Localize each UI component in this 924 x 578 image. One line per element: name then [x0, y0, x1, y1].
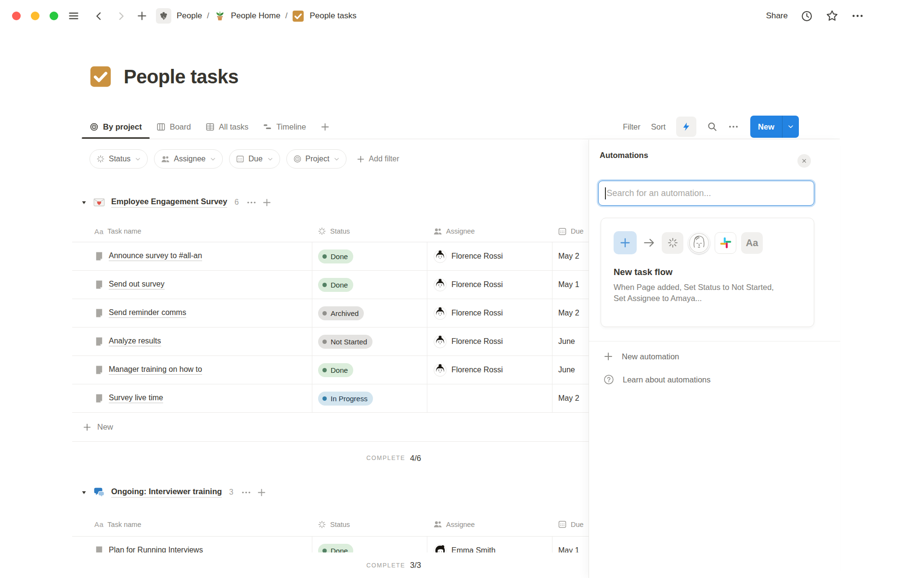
- group-header-ongoing-interviewer-training: Ongoing: Interviewer training 3: [81, 483, 266, 502]
- task-link[interactable]: Analyze results: [109, 337, 161, 346]
- automation-card-new-task-flow[interactable]: Aa New task flow When Page added, Set St…: [601, 218, 814, 327]
- due-cell[interactable]: June: [552, 356, 589, 384]
- automation-step-icons: Aa: [614, 231, 801, 254]
- sticky-aggregate-bar: COMPLETE 3/3: [0, 552, 589, 578]
- automations-bolt-button[interactable]: [676, 117, 696, 137]
- status-cell[interactable]: In Progress: [312, 384, 427, 412]
- status-cell[interactable]: Done: [312, 356, 427, 384]
- plus-icon: [83, 423, 91, 432]
- assignee-cell[interactable]: Emma Smith: [427, 537, 552, 552]
- status-dot: [322, 340, 327, 344]
- due-cell[interactable]: June: [552, 328, 589, 355]
- more-options-icon[interactable]: [851, 10, 864, 22]
- search-icon[interactable]: [707, 121, 718, 132]
- column-header-due[interactable]: Due: [552, 520, 589, 529]
- task-cell[interactable]: Survey live time: [72, 384, 312, 412]
- status-badge: Done: [318, 278, 353, 292]
- task-cell[interactable]: Announce survey to #all-an: [72, 242, 312, 270]
- group-toggle-icon[interactable]: [81, 489, 87, 496]
- column-header-assignee[interactable]: Assignee: [427, 227, 552, 236]
- column-label: Due: [571, 227, 584, 235]
- task-cell[interactable]: Send out survey: [72, 271, 312, 299]
- new-automation-button[interactable]: New automation: [603, 350, 679, 363]
- due-cell[interactable]: May 2: [552, 299, 589, 327]
- page-icon: [94, 308, 104, 318]
- column-header-assignee[interactable]: Assignee: [427, 520, 552, 529]
- column-header-due[interactable]: Due: [552, 227, 589, 236]
- close-icon[interactable]: [797, 154, 811, 168]
- share-button[interactable]: Share: [766, 11, 788, 21]
- page-icon: [94, 337, 104, 346]
- view-options-icon[interactable]: [728, 121, 739, 132]
- table-row[interactable]: Plan for Running Interviews Done Emma Sm…: [72, 537, 589, 552]
- status-label: Done: [331, 366, 348, 374]
- updates-clock-icon[interactable]: [801, 10, 813, 22]
- status-cell[interactable]: Not Started: [312, 328, 427, 355]
- group-aggregate-complete[interactable]: COMPLETE 4/6: [0, 447, 421, 469]
- text-property-icon: Aa: [741, 232, 763, 254]
- assignee-cell[interactable]: Florence Rossi: [427, 299, 552, 327]
- table-row[interactable]: Send out survey Done Florence Rossi May …: [72, 271, 589, 299]
- due-cell[interactable]: May 1: [552, 537, 589, 552]
- due-cell[interactable]: May 1: [552, 271, 589, 299]
- task-link[interactable]: Announce survey to #all-an: [109, 251, 202, 261]
- task-cell[interactable]: Send reminder comms: [72, 299, 312, 327]
- table-row[interactable]: Manager training on how to Done Florence…: [72, 356, 589, 384]
- table-row[interactable]: Announce survey to #all-an Done Florence…: [72, 242, 589, 271]
- task-link[interactable]: Survey live time: [109, 394, 163, 403]
- column-header-status[interactable]: Status: [312, 520, 427, 529]
- table-row[interactable]: Survey live time In Progress May 2: [72, 384, 589, 413]
- task-link[interactable]: Manager training on how to: [109, 365, 202, 375]
- task-cell[interactable]: Manager training on how to: [72, 356, 312, 384]
- table-row[interactable]: Analyze results Not Started Florence Ros…: [72, 328, 589, 356]
- table-row[interactable]: Send reminder comms Archived Florence Ro…: [72, 299, 589, 328]
- group-toggle-icon[interactable]: [81, 199, 87, 206]
- text-property-icon: Aa: [94, 520, 103, 528]
- due-cell[interactable]: May 2: [552, 242, 589, 270]
- status-label: Not Started: [331, 338, 367, 346]
- question-mark-icon: [603, 374, 614, 385]
- favorite-star-icon[interactable]: [826, 10, 838, 22]
- automation-search-input-wrapper: [598, 181, 814, 206]
- filter-button[interactable]: Filter: [623, 122, 641, 131]
- column-header-task-name[interactable]: Aa Task name: [72, 227, 312, 236]
- status-cell[interactable]: Done: [312, 271, 427, 299]
- group-options-icon[interactable]: [246, 197, 257, 208]
- assignee-cell[interactable]: Florence Rossi: [427, 356, 552, 384]
- group-options-icon[interactable]: [241, 487, 251, 498]
- status-cell[interactable]: Archived: [312, 299, 427, 327]
- learn-about-automations-link[interactable]: Learn about automations: [603, 373, 711, 386]
- assignee-cell[interactable]: Florence Rossi: [427, 271, 552, 299]
- people-icon: [433, 520, 442, 529]
- assignee-name: Florence Rossi: [451, 280, 503, 289]
- new-button[interactable]: New: [750, 116, 799, 138]
- task-link[interactable]: Plan for Running Interviews: [109, 546, 203, 552]
- status-cell[interactable]: Done: [312, 537, 427, 552]
- group-title-link[interactable]: Ongoing: Interviewer training: [111, 487, 222, 498]
- group-add-row-icon[interactable]: [257, 488, 266, 497]
- new-button-chevron[interactable]: [782, 116, 799, 138]
- column-label: Task name: [107, 227, 141, 235]
- group-title-link[interactable]: Employee Engagement Survey: [111, 197, 227, 208]
- automation-search-input[interactable]: [607, 188, 808, 198]
- column-header-status[interactable]: Status: [312, 227, 427, 236]
- column-label: Status: [330, 521, 350, 528]
- due-cell[interactable]: May 2: [552, 384, 589, 412]
- column-header-task-name[interactable]: Aa Task name: [72, 520, 312, 528]
- status-dot: [322, 396, 327, 401]
- sort-button[interactable]: Sort: [651, 122, 666, 131]
- status-cell[interactable]: Done: [312, 242, 427, 270]
- task-link[interactable]: Send reminder comms: [109, 308, 186, 318]
- group-aggregate-complete[interactable]: COMPLETE 3/3: [0, 552, 421, 578]
- new-button-label[interactable]: New: [750, 116, 782, 138]
- avatar: [434, 307, 447, 320]
- task-link[interactable]: Send out survey: [109, 280, 165, 289]
- group-add-row-icon[interactable]: [262, 198, 271, 207]
- assignee-cell[interactable]: Florence Rossi: [427, 242, 552, 270]
- task-cell[interactable]: Plan for Running Interviews: [72, 537, 312, 552]
- new-row-button[interactable]: New: [72, 413, 589, 442]
- assignee-cell-empty[interactable]: [427, 384, 552, 412]
- task-cell[interactable]: Analyze results: [72, 328, 312, 355]
- assignee-name: Florence Rossi: [451, 309, 503, 317]
- assignee-cell[interactable]: Florence Rossi: [427, 328, 552, 355]
